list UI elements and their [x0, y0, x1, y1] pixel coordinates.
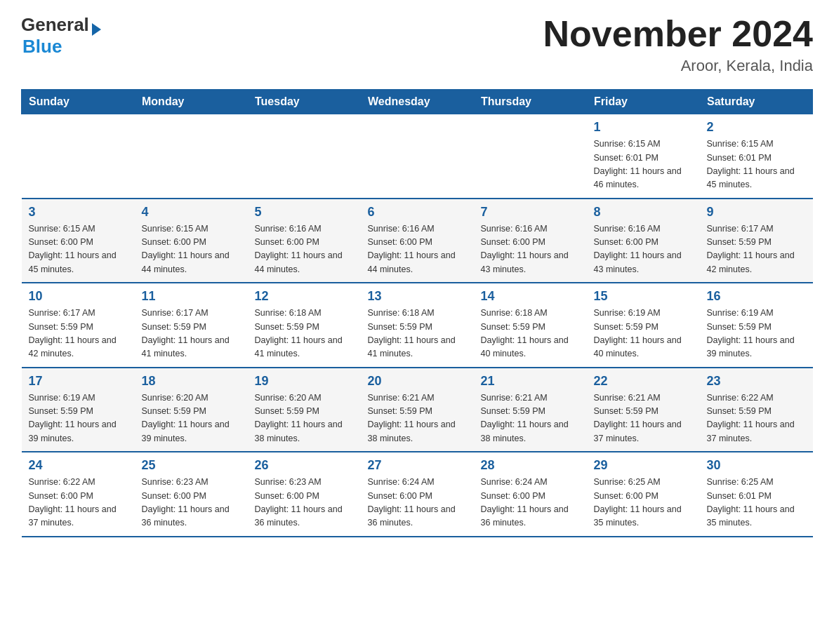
calendar-cell: 1Sunrise: 6:15 AM Sunset: 6:01 PM Daylig… [587, 114, 700, 199]
day-info: Sunrise: 6:22 AM Sunset: 6:00 PM Dayligh… [29, 476, 128, 530]
calendar-cell: 8Sunrise: 6:16 AM Sunset: 6:00 PM Daylig… [587, 199, 700, 283]
calendar-cell: 23Sunrise: 6:22 AM Sunset: 5:59 PM Dayli… [700, 368, 813, 452]
calendar-cell: 14Sunrise: 6:18 AM Sunset: 5:59 PM Dayli… [474, 283, 587, 368]
calendar-cell [248, 114, 361, 199]
day-number: 6 [368, 205, 467, 220]
day-info: Sunrise: 6:19 AM Sunset: 5:59 PM Dayligh… [29, 391, 128, 446]
day-number: 11 [142, 289, 241, 304]
day-of-week-header: Saturday [700, 90, 813, 114]
calendar-cell: 27Sunrise: 6:24 AM Sunset: 6:00 PM Dayli… [361, 452, 474, 537]
day-info: Sunrise: 6:21 AM Sunset: 5:59 PM Dayligh… [594, 391, 693, 446]
calendar-cell: 2Sunrise: 6:15 AM Sunset: 6:01 PM Daylig… [700, 114, 813, 199]
logo-general-text: General [21, 14, 89, 36]
day-number: 20 [368, 374, 467, 389]
calendar-title: November 2024 [543, 14, 813, 54]
calendar-cell: 5Sunrise: 6:16 AM Sunset: 6:00 PM Daylig… [248, 199, 361, 283]
calendar-cell: 22Sunrise: 6:21 AM Sunset: 5:59 PM Dayli… [587, 368, 700, 452]
day-info: Sunrise: 6:15 AM Sunset: 6:01 PM Dayligh… [707, 137, 806, 192]
title-block: November 2024 Aroor, Kerala, India [543, 14, 813, 75]
calendar-cell: 6Sunrise: 6:16 AM Sunset: 6:00 PM Daylig… [361, 199, 474, 283]
calendar-cell: 26Sunrise: 6:23 AM Sunset: 6:00 PM Dayli… [248, 452, 361, 537]
logo-blue-text: Blue [22, 36, 101, 58]
day-number: 14 [481, 289, 580, 304]
day-number: 27 [368, 458, 467, 473]
day-number: 7 [481, 205, 580, 220]
calendar-header: SundayMondayTuesdayWednesdayThursdayFrid… [22, 90, 813, 114]
day-number: 17 [29, 374, 128, 389]
calendar-cell [135, 114, 248, 199]
calendar-cell: 30Sunrise: 6:25 AM Sunset: 6:01 PM Dayli… [700, 452, 813, 537]
day-info: Sunrise: 6:19 AM Sunset: 5:59 PM Dayligh… [594, 307, 693, 361]
calendar-week-row: 1Sunrise: 6:15 AM Sunset: 6:01 PM Daylig… [22, 114, 813, 199]
calendar-cell: 29Sunrise: 6:25 AM Sunset: 6:00 PM Dayli… [587, 452, 700, 537]
day-number: 25 [142, 458, 241, 473]
day-info: Sunrise: 6:17 AM Sunset: 5:59 PM Dayligh… [29, 307, 128, 361]
day-of-week-header: Wednesday [361, 90, 474, 114]
calendar-week-row: 10Sunrise: 6:17 AM Sunset: 5:59 PM Dayli… [22, 283, 813, 368]
day-number: 30 [707, 458, 806, 473]
calendar-cell: 15Sunrise: 6:19 AM Sunset: 5:59 PM Dayli… [587, 283, 700, 368]
day-info: Sunrise: 6:24 AM Sunset: 6:00 PM Dayligh… [368, 476, 467, 530]
calendar-cell: 17Sunrise: 6:19 AM Sunset: 5:59 PM Dayli… [22, 368, 135, 452]
calendar-cell: 19Sunrise: 6:20 AM Sunset: 5:59 PM Dayli… [248, 368, 361, 452]
day-number: 1 [594, 120, 693, 135]
day-info: Sunrise: 6:21 AM Sunset: 5:59 PM Dayligh… [481, 391, 580, 446]
day-info: Sunrise: 6:18 AM Sunset: 5:59 PM Dayligh… [481, 307, 580, 361]
calendar-cell: 16Sunrise: 6:19 AM Sunset: 5:59 PM Dayli… [700, 283, 813, 368]
day-number: 18 [142, 374, 241, 389]
day-info: Sunrise: 6:15 AM Sunset: 6:01 PM Dayligh… [594, 137, 693, 192]
day-info: Sunrise: 6:25 AM Sunset: 6:00 PM Dayligh… [594, 476, 693, 530]
day-number: 29 [594, 458, 693, 473]
day-info: Sunrise: 6:16 AM Sunset: 6:00 PM Dayligh… [481, 222, 580, 277]
calendar-week-row: 17Sunrise: 6:19 AM Sunset: 5:59 PM Dayli… [22, 368, 813, 452]
day-info: Sunrise: 6:18 AM Sunset: 5:59 PM Dayligh… [368, 307, 467, 361]
calendar-cell: 3Sunrise: 6:15 AM Sunset: 6:00 PM Daylig… [22, 199, 135, 283]
day-info: Sunrise: 6:15 AM Sunset: 6:00 PM Dayligh… [142, 222, 241, 277]
day-info: Sunrise: 6:22 AM Sunset: 5:59 PM Dayligh… [707, 391, 806, 446]
page-header: General Blue November 2024 Aroor, Kerala… [21, 14, 813, 75]
day-info: Sunrise: 6:16 AM Sunset: 6:00 PM Dayligh… [594, 222, 693, 277]
day-number: 4 [142, 205, 241, 220]
day-number: 15 [594, 289, 693, 304]
day-info: Sunrise: 6:16 AM Sunset: 6:00 PM Dayligh… [368, 222, 467, 277]
calendar-table: SundayMondayTuesdayWednesdayThursdayFrid… [21, 89, 813, 537]
day-number: 28 [481, 458, 580, 473]
day-of-week-header: Friday [587, 90, 700, 114]
calendar-cell: 24Sunrise: 6:22 AM Sunset: 6:00 PM Dayli… [22, 452, 135, 537]
calendar-cell: 10Sunrise: 6:17 AM Sunset: 5:59 PM Dayli… [22, 283, 135, 368]
calendar-cell: 18Sunrise: 6:20 AM Sunset: 5:59 PM Dayli… [135, 368, 248, 452]
day-number: 21 [481, 374, 580, 389]
day-info: Sunrise: 6:17 AM Sunset: 5:59 PM Dayligh… [707, 222, 806, 277]
calendar-subtitle: Aroor, Kerala, India [543, 57, 813, 75]
calendar-cell: 7Sunrise: 6:16 AM Sunset: 6:00 PM Daylig… [474, 199, 587, 283]
calendar-cell: 11Sunrise: 6:17 AM Sunset: 5:59 PM Dayli… [135, 283, 248, 368]
day-of-week-header: Thursday [474, 90, 587, 114]
calendar-cell: 28Sunrise: 6:24 AM Sunset: 6:00 PM Dayli… [474, 452, 587, 537]
calendar-week-row: 24Sunrise: 6:22 AM Sunset: 6:00 PM Dayli… [22, 452, 813, 537]
day-number: 10 [29, 289, 128, 304]
calendar-cell [22, 114, 135, 199]
day-number: 24 [29, 458, 128, 473]
day-info: Sunrise: 6:16 AM Sunset: 6:00 PM Dayligh… [255, 222, 354, 277]
day-number: 12 [255, 289, 354, 304]
day-info: Sunrise: 6:15 AM Sunset: 6:00 PM Dayligh… [29, 222, 128, 277]
calendar-cell [474, 114, 587, 199]
day-info: Sunrise: 6:25 AM Sunset: 6:01 PM Dayligh… [707, 476, 806, 530]
day-info: Sunrise: 6:20 AM Sunset: 5:59 PM Dayligh… [255, 391, 354, 446]
calendar-cell: 9Sunrise: 6:17 AM Sunset: 5:59 PM Daylig… [700, 199, 813, 283]
logo-arrow-icon [92, 23, 101, 36]
day-number: 16 [707, 289, 806, 304]
day-number: 8 [594, 205, 693, 220]
day-number: 5 [255, 205, 354, 220]
day-info: Sunrise: 6:23 AM Sunset: 6:00 PM Dayligh… [255, 476, 354, 530]
day-number: 23 [707, 374, 806, 389]
day-number: 22 [594, 374, 693, 389]
calendar-cell: 12Sunrise: 6:18 AM Sunset: 5:59 PM Dayli… [248, 283, 361, 368]
calendar-week-row: 3Sunrise: 6:15 AM Sunset: 6:00 PM Daylig… [22, 199, 813, 283]
day-number: 2 [707, 120, 806, 135]
day-info: Sunrise: 6:23 AM Sunset: 6:00 PM Dayligh… [142, 476, 241, 530]
calendar-cell: 21Sunrise: 6:21 AM Sunset: 5:59 PM Dayli… [474, 368, 587, 452]
day-of-week-header: Tuesday [248, 90, 361, 114]
day-number: 13 [368, 289, 467, 304]
day-number: 26 [255, 458, 354, 473]
